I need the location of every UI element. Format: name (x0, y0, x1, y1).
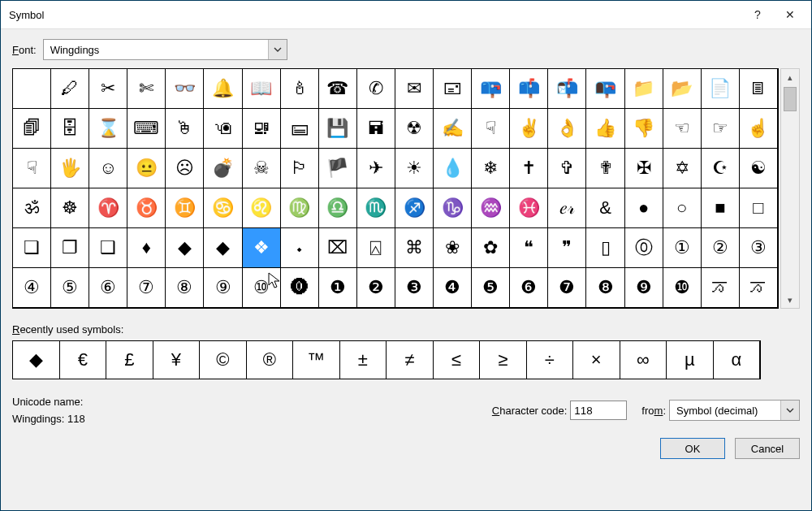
symbol-cell[interactable]: ❏ (13, 228, 51, 268)
cancel-button[interactable]: Cancel (735, 438, 800, 459)
symbol-cell[interactable]: 💧 (434, 149, 472, 188)
symbol-cell[interactable]: ♦ (127, 228, 166, 268)
close-button[interactable]: ✕ (774, 3, 806, 26)
symbol-cell[interactable]: ♐ (395, 188, 434, 228)
symbol-cell[interactable]: ⌨ (127, 109, 166, 149)
symbol-cell[interactable] (13, 69, 51, 109)
symbol-cell[interactable]: ⓪ (625, 228, 663, 268)
symbol-cell[interactable]: 🗐 (13, 109, 51, 149)
recent-cell[interactable]: ≥ (480, 341, 527, 379)
symbol-cell[interactable]: 📖 (243, 69, 281, 109)
symbol-cell[interactable]: 📂 (663, 69, 702, 109)
symbol-cell[interactable]: 𝑒𝓇 (548, 188, 586, 228)
symbol-cell[interactable]: ⬩ (281, 228, 319, 268)
scroll-up-icon[interactable]: ▴ (781, 69, 799, 85)
symbol-cell[interactable]: ♎ (319, 188, 357, 228)
symbol-cell[interactable]: ❼ (548, 268, 586, 308)
symbol-cell[interactable]: ♋ (204, 188, 242, 228)
recent-cell[interactable]: ± (340, 341, 387, 379)
scroll-thumb[interactable] (784, 87, 797, 111)
symbol-cell[interactable]: ❝ (510, 228, 548, 268)
symbol-cell[interactable]: ⑧ (166, 268, 204, 308)
symbol-cell[interactable]: 📪 (472, 69, 510, 109)
symbol-cell[interactable]: 🕯 (281, 69, 319, 109)
symbol-cell[interactable]: ⑤ (51, 268, 89, 308)
symbol-cell[interactable]: 🔔 (204, 69, 242, 109)
symbol-cell[interactable]: 👍 (586, 109, 624, 149)
symbol-cell[interactable]: ❿ (663, 268, 702, 308)
symbol-cell[interactable]: ✡ (663, 149, 702, 188)
symbol-grid[interactable]: 🖊✂✄👓🔔📖🕯☎✆✉🖃📪📫📬📭📁📂📄🗏🗐🗄⌛⌨🖰🖲🖳🖴💾🖬☢✍☟✌👌👍👎☜☞☝☟… (12, 68, 779, 309)
recent-cell[interactable]: ◆ (13, 341, 60, 379)
symbol-cell[interactable]: ❄ (472, 149, 510, 188)
char-code-input[interactable] (570, 401, 627, 420)
symbol-cell[interactable]: ☟ (13, 149, 51, 188)
from-combo[interactable]: Symbol (decimal) (669, 400, 800, 421)
symbol-cell[interactable]: 📬 (548, 69, 586, 109)
symbol-cell[interactable]: ♒ (472, 188, 510, 228)
symbol-cell[interactable]: ☠ (243, 149, 281, 188)
symbol-cell[interactable]: ❽ (586, 268, 624, 308)
symbol-cell[interactable]: ❑ (89, 228, 127, 268)
symbol-cell[interactable]: ꯍ (702, 268, 740, 308)
recent-cell[interactable]: ® (247, 341, 294, 379)
symbol-cell[interactable]: ⑩ (243, 268, 281, 308)
from-dropdown-button[interactable] (780, 401, 799, 420)
symbol-cell[interactable]: 🏴 (319, 149, 357, 188)
font-combo[interactable]: Wingdings (43, 39, 287, 60)
symbol-cell[interactable]: ✿ (472, 228, 510, 268)
symbol-cell[interactable]: ☎ (319, 69, 357, 109)
font-dropdown-button[interactable] (268, 40, 287, 59)
recent-grid[interactable]: ◆€£¥©®™±≠≤≥÷×∞µα (12, 340, 761, 379)
symbol-cell[interactable]: ✠ (625, 149, 663, 188)
symbol-cell[interactable]: ❞ (548, 228, 586, 268)
help-button[interactable]: ? (741, 3, 774, 26)
symbol-cell[interactable]: ꯍ (740, 268, 778, 308)
symbol-cell[interactable]: ♑ (434, 188, 472, 228)
symbol-cell[interactable]: 🗏 (740, 69, 778, 109)
symbol-cell[interactable]: 👌 (548, 109, 586, 149)
recent-cell[interactable]: ∞ (620, 341, 667, 379)
symbol-cell[interactable]: ⌛ (89, 109, 127, 149)
symbol-cell[interactable]: 📭 (586, 69, 624, 109)
symbol-cell[interactable]: ☀ (395, 149, 434, 188)
symbol-cell[interactable]: ② (702, 228, 740, 268)
symbol-cell[interactable]: ① (663, 228, 702, 268)
symbol-cell[interactable]: ☟ (472, 109, 510, 149)
symbol-cell[interactable]: 💣 (204, 149, 242, 188)
symbol-cell[interactable]: ♍ (281, 188, 319, 228)
symbol-cell[interactable]: ✞ (548, 149, 586, 188)
recent-cell[interactable]: ¥ (153, 341, 201, 379)
symbol-cell[interactable]: ❸ (395, 268, 434, 308)
symbol-cell[interactable]: 📄 (702, 69, 740, 109)
recent-cell[interactable]: ™ (293, 341, 340, 379)
symbol-cell[interactable]: ✉ (395, 69, 434, 109)
symbol-cell[interactable]: ✆ (357, 69, 395, 109)
ok-button[interactable]: OK (660, 438, 725, 459)
symbol-cell[interactable]: ☢ (395, 109, 434, 149)
symbol-cell[interactable]: 🖊 (51, 69, 89, 109)
symbol-cell[interactable]: ♌ (243, 188, 281, 228)
symbol-cell[interactable]: ❹ (434, 268, 472, 308)
recent-cell[interactable]: € (60, 341, 107, 379)
symbol-cell[interactable]: ⍓ (357, 228, 395, 268)
symbol-cell[interactable]: ❶ (319, 268, 357, 308)
symbol-cell[interactable]: ⌘ (395, 228, 434, 268)
symbol-cell[interactable]: 🖴 (281, 109, 319, 149)
symbol-cell[interactable]: ☺ (89, 149, 127, 188)
symbol-cell[interactable]: ⑨ (204, 268, 242, 308)
symbol-cell[interactable]: 👎 (625, 109, 663, 149)
recent-cell[interactable]: £ (106, 341, 153, 379)
recent-cell[interactable]: × (573, 341, 620, 379)
symbol-cell[interactable]: ✝ (510, 149, 548, 188)
symbol-cell[interactable]: ● (625, 188, 663, 228)
symbol-cell[interactable]: ◆ (166, 228, 204, 268)
symbol-cell[interactable]: ☹ (166, 149, 204, 188)
symbol-cell[interactable]: ✟ (586, 149, 624, 188)
recent-cell[interactable]: µ (667, 341, 714, 379)
symbol-cell[interactable]: ❺ (472, 268, 510, 308)
symbol-cell[interactable]: ✈ (357, 149, 395, 188)
symbol-cell[interactable]: 🏳 (281, 149, 319, 188)
symbol-cell[interactable]: ✄ (127, 69, 166, 109)
symbol-cell[interactable]: 😐 (127, 149, 166, 188)
